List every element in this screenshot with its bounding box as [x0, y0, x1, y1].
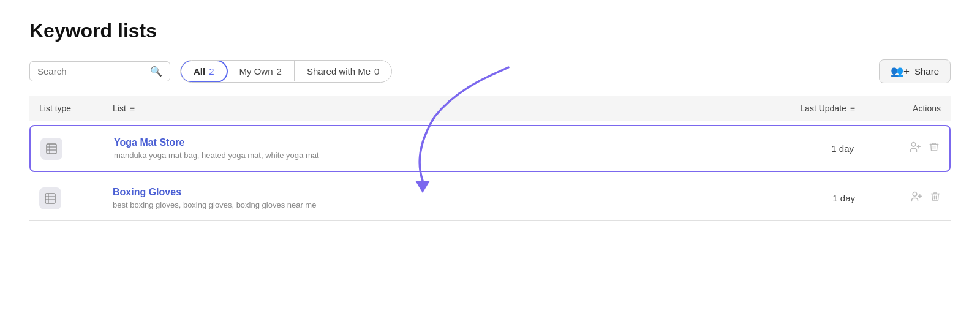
- list-info: Yoga Mat Store manduka yoga mat bag, hea…: [114, 137, 731, 160]
- list-filter-icon[interactable]: ≡: [130, 104, 135, 113]
- last-update-cell: 1 day: [731, 143, 854, 154]
- header-last-update: Last Update ≡: [733, 104, 855, 113]
- tab-my-own-label: My Own: [239, 66, 273, 77]
- add-user-icon[interactable]: [909, 141, 921, 156]
- tab-all[interactable]: All 2: [180, 60, 228, 83]
- toolbar: 🔍 All 2 My Own 2 Shared with Me 0 👥+ S: [29, 59, 951, 83]
- header-actions: Actions: [855, 104, 941, 113]
- list-info: Boxing Gloves best boxing gloves, boxing…: [113, 187, 733, 209]
- actions-cell: [854, 141, 940, 156]
- table-row: Boxing Gloves best boxing gloves, boxing…: [29, 176, 951, 221]
- list-type-icon: [40, 138, 62, 160]
- search-icon: 🔍: [150, 66, 162, 77]
- share-label: Share: [914, 66, 939, 77]
- search-input[interactable]: [37, 66, 148, 77]
- svg-point-5: [911, 143, 916, 147]
- list-keywords: manduka yoga mat bag, heated yoga mat, w…: [114, 151, 731, 160]
- add-user-icon[interactable]: [910, 190, 922, 206]
- svg-point-12: [913, 192, 917, 197]
- tab-all-label: All: [194, 66, 205, 77]
- tab-my-own-count: 2: [277, 66, 282, 77]
- table-container: List type List ≡ Last Update ≡ Actions: [29, 96, 951, 221]
- tab-shared-count: 0: [374, 66, 379, 77]
- list-name[interactable]: Yoga Mat Store: [114, 137, 731, 148]
- table-row: Yoga Mat Store manduka yoga mat bag, hea…: [29, 125, 951, 172]
- page-title: Keyword lists: [29, 20, 951, 42]
- svg-rect-1: [47, 144, 56, 154]
- last-update-cell: 1 day: [733, 193, 855, 203]
- header-list: List ≡: [113, 104, 733, 113]
- tab-shared-label: Shared with Me: [307, 66, 371, 77]
- last-update-filter-icon[interactable]: ≡: [850, 104, 855, 113]
- delete-icon[interactable]: [929, 141, 940, 156]
- share-icon: 👥+: [891, 65, 910, 78]
- tab-my-own[interactable]: My Own 2: [227, 61, 295, 81]
- search-box[interactable]: 🔍: [29, 61, 170, 81]
- list-type-icon: [39, 187, 61, 209]
- tab-shared-with-me[interactable]: Shared with Me 0: [295, 61, 392, 81]
- list-keywords: best boxing gloves, boxing gloves, boxin…: [113, 200, 733, 209]
- list-name[interactable]: Boxing Gloves: [113, 187, 733, 198]
- table-header: List type List ≡ Last Update ≡ Actions: [29, 96, 951, 121]
- tab-group: All 2 My Own 2 Shared with Me 0: [180, 60, 392, 83]
- toolbar-left: 🔍 All 2 My Own 2 Shared with Me 0: [29, 60, 392, 83]
- share-button[interactable]: 👥+ Share: [879, 59, 951, 83]
- svg-rect-8: [45, 194, 55, 203]
- page-container: Keyword lists 🔍 All 2 My Own 2 Shared wi…: [0, 0, 980, 241]
- tab-all-count: 2: [209, 66, 214, 77]
- header-list-type: List type: [39, 104, 113, 113]
- delete-icon[interactable]: [930, 191, 941, 205]
- actions-cell: [855, 190, 941, 206]
